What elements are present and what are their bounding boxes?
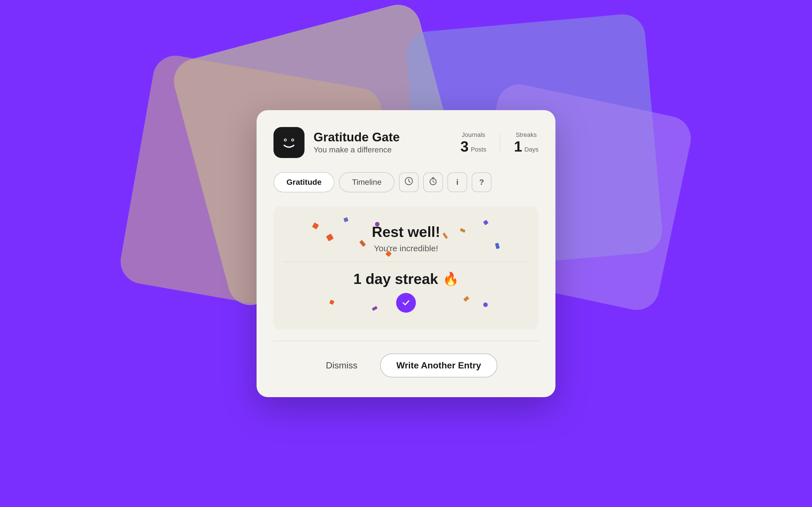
svg-point-2	[285, 139, 286, 140]
journals-label: Journals	[460, 131, 486, 138]
modal-header: Gratitude Gate You make a difference Jou…	[273, 127, 539, 158]
timer-icon-btn[interactable]	[423, 172, 443, 192]
stats-section: Journals 3 Posts Streaks 1 Days	[460, 131, 539, 154]
info-icon-btn[interactable]: i	[448, 172, 467, 192]
main-modal: Gratitude Gate You make a difference Jou…	[257, 110, 555, 397]
actions-row: Dismiss Write Another Entry	[273, 353, 539, 378]
tabs-row: Gratitude Timeline i ?	[273, 172, 539, 192]
streak-text: 1 day streak	[353, 270, 438, 287]
svg-point-3	[292, 139, 294, 140]
app-title: Gratitude Gate	[313, 130, 451, 144]
journals-count: 3	[460, 139, 469, 154]
bottom-divider	[273, 341, 539, 341]
app-info: Gratitude Gate You make a difference	[313, 130, 451, 154]
streaks-count: 1	[514, 139, 522, 154]
timer-icon	[428, 177, 438, 187]
app-icon	[273, 127, 305, 158]
streaks-stat: Streaks 1 Days	[514, 131, 539, 154]
tab-timeline[interactable]: Timeline	[339, 172, 395, 192]
content-title: Rest well!	[285, 223, 527, 240]
stats-divider	[500, 134, 500, 151]
clock-icon-btn[interactable]	[399, 172, 419, 192]
check-circle	[396, 293, 416, 313]
app-subtitle: You make a difference	[313, 145, 451, 154]
content-divider-top	[285, 262, 527, 262]
streak-row: 1 day streak 🔥	[285, 270, 527, 287]
journals-unit: Posts	[471, 146, 486, 153]
content-area: Rest well! You're incredible! 1 day stre…	[273, 207, 539, 330]
dismiss-button[interactable]: Dismiss	[315, 355, 369, 376]
clock-icon	[404, 177, 413, 187]
fire-emoji: 🔥	[443, 271, 459, 286]
content-subtitle: You're incredible!	[285, 244, 527, 253]
help-icon-btn[interactable]: ?	[472, 172, 492, 192]
streaks-unit: Days	[524, 146, 539, 153]
info-icon: i	[456, 178, 458, 187]
journals-stat: Journals 3 Posts	[460, 131, 486, 154]
write-another-button[interactable]: Write Another Entry	[380, 353, 497, 378]
streaks-label: Streaks	[514, 131, 539, 138]
tab-gratitude[interactable]: Gratitude	[273, 172, 335, 192]
help-icon: ?	[479, 178, 484, 187]
